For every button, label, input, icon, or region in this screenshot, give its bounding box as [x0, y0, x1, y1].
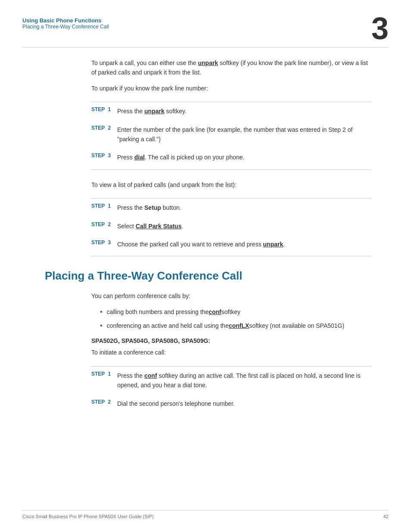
conference-sub-intro: To initiate a conference call:	[91, 348, 371, 357]
table-row: STEP 2 Enter the number of the park line…	[91, 121, 371, 149]
conference-intro: You can perform conference calls by:	[91, 291, 371, 301]
steps-divider-1	[91, 169, 371, 170]
table-row: STEP 1 Press the unpark softkey.	[91, 102, 371, 120]
unpark-sub-intro: To unpark if you know the park line numb…	[91, 84, 371, 93]
header-left: Using Basic Phone Functions Placing a Th…	[22, 17, 109, 30]
step-label-list-3: STEP 3	[91, 240, 117, 246]
footer-page-number: 42	[383, 514, 389, 519]
list-item: calling both numbers and pressing the co…	[100, 307, 371, 317]
unpark-content: To unpark a call, you can either use the…	[91, 58, 371, 256]
step-content-1: Press the unpark softkey.	[117, 106, 371, 116]
step-label-list-2: STEP 2	[91, 221, 117, 227]
step-label-1: STEP 1	[91, 106, 117, 112]
steps-divider-2	[91, 256, 371, 256]
chapter-number: 3	[371, 13, 389, 44]
page-footer: Cisco Small Business Pro IP Phone SPA50X…	[22, 510, 389, 519]
step-content-list-1: Press the Setup button.	[117, 203, 371, 212]
header-divider	[22, 47, 389, 48]
page: Using Basic Phone Functions Placing a Th…	[0, 0, 411, 532]
conference-content: You can perform conference calls by: cal…	[91, 291, 371, 413]
unpark-softkey-inline: unpark	[198, 59, 218, 66]
bullet-list: calling both numbers and pressing the co…	[100, 307, 371, 331]
step-content-2: Enter the number of the park line (for e…	[117, 125, 371, 144]
table-row: STEP 2 Select Call Park Status.	[91, 217, 371, 235]
conference-steps-section: STEP 1 Press the conf softkey during an …	[91, 366, 371, 413]
table-row: STEP 1 Press the Setup button.	[91, 199, 371, 217]
list-intro: To view a list of parked calls (and unpa…	[91, 180, 371, 190]
list-item: conferencing an active and held call usi…	[100, 321, 371, 330]
unpark-intro: To unpark a call, you can either use the…	[91, 58, 371, 78]
table-row: STEP 2 Dial the second person's telephon…	[91, 395, 371, 413]
step-label-conf-2: STEP 2	[91, 399, 117, 405]
list-steps-section: STEP 1 Press the Setup button. STEP 2 Se…	[91, 198, 371, 253]
conference-heading-area: Placing a Three-Way Conference Call	[45, 269, 371, 283]
breadcrumb-chapter: Using Basic Phone Functions	[22, 17, 109, 24]
page-header: Using Basic Phone Functions Placing a Th…	[22, 17, 389, 44]
step-content-conf-2: Dial the second person's telephone numbe…	[117, 399, 371, 408]
step-label-list-1: STEP 1	[91, 203, 117, 209]
footer-left-text: Cisco Small Business Pro IP Phone SPA50X…	[22, 514, 154, 519]
step-label-2: STEP 2	[91, 125, 117, 131]
unpark-steps-section: STEP 1 Press the unpark softkey. STEP 2 …	[91, 102, 371, 167]
step-content-conf-1: Press the conf softkey during an active …	[117, 371, 371, 390]
table-row: STEP 1 Press the conf softkey during an …	[91, 367, 371, 395]
table-row: STEP 3 Press dial. The call is picked up…	[91, 148, 371, 166]
step-label-conf-1: STEP 1	[91, 371, 117, 377]
table-row: STEP 3 Choose the parked call you want t…	[91, 235, 371, 253]
sub-heading-spa: SPA502G, SPA504G, SPA508G, SPA509G:	[91, 337, 371, 344]
step-content-list-3: Choose the parked call you want to retri…	[117, 240, 371, 249]
breadcrumb-section: Placing a Three-Way Conference Call	[22, 24, 109, 30]
section-heading: Placing a Three-Way Conference Call	[45, 269, 371, 283]
step-content-list-2: Select Call Park Status.	[117, 221, 371, 231]
step-label-3: STEP 3	[91, 152, 117, 159]
step-content-3: Press dial. The call is picked up on you…	[117, 152, 371, 162]
